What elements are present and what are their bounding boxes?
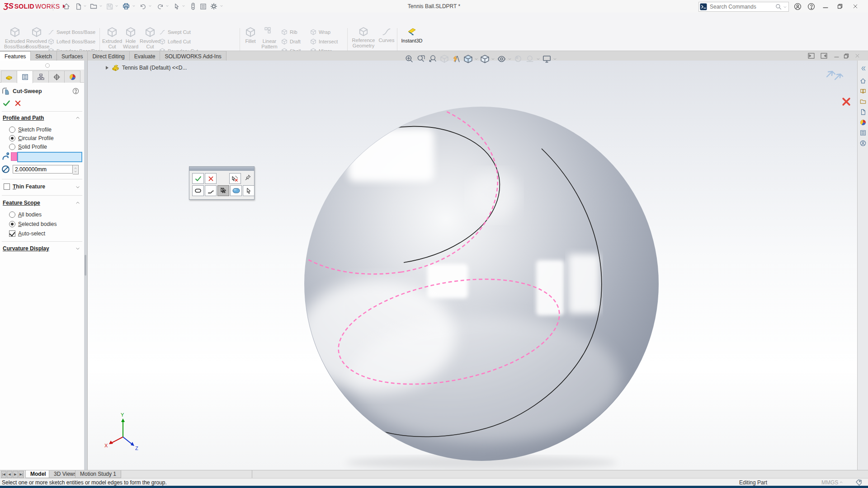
tab-property-manager[interactable] bbox=[17, 70, 33, 83]
feature-tree-flyout[interactable]: Tennis Ball (Default) <<D... bbox=[105, 64, 187, 71]
tab-model[interactable]: Model bbox=[25, 470, 51, 478]
previous-view-icon[interactable] bbox=[427, 53, 438, 64]
save-icon[interactable] bbox=[104, 1, 114, 11]
hide-show-dropdown-icon[interactable] bbox=[508, 53, 512, 64]
new-document-dropdown-icon[interactable] bbox=[83, 4, 87, 9]
annotation-views-icon[interactable] bbox=[451, 53, 462, 64]
confirmation-corner-icon[interactable] bbox=[824, 68, 844, 85]
ribbon-linear-pattern[interactable]: Linear Pattern bbox=[259, 27, 279, 49]
tab-dimxpert-manager[interactable] bbox=[48, 70, 65, 83]
ribbon-fillet[interactable]: Fillet bbox=[242, 27, 259, 44]
ribbon-intersect[interactable]: Intersect bbox=[310, 37, 338, 46]
search-dropdown-icon[interactable] bbox=[783, 5, 787, 9]
resources-home-icon[interactable] bbox=[859, 77, 867, 85]
previous-tab-button[interactable]: ◀ bbox=[7, 471, 12, 478]
ribbon-draft[interactable]: Draft bbox=[281, 37, 301, 46]
print-icon[interactable] bbox=[121, 1, 131, 11]
ribbon-lofted-cut[interactable]: Lofted Cut bbox=[159, 37, 191, 46]
tab-feature-manager[interactable] bbox=[1, 70, 17, 83]
ribbon-swept-cut[interactable]: Swept Cut bbox=[159, 28, 191, 37]
edit-appearance-icon[interactable] bbox=[513, 53, 524, 64]
help-icon[interactable] bbox=[805, 2, 817, 11]
ribbon-rib[interactable]: Rib bbox=[281, 28, 297, 37]
view-settings-dropdown-icon[interactable] bbox=[553, 53, 557, 64]
ribbon-revolved-cut[interactable]: Revolved Cut bbox=[139, 27, 161, 49]
zoom-to-fit-icon[interactable] bbox=[404, 53, 415, 64]
first-tab-button[interactable]: |◀ bbox=[1, 471, 6, 478]
spinner-down-icon[interactable] bbox=[74, 170, 77, 173]
view-orientation-icon[interactable] bbox=[462, 53, 473, 64]
tab-evaluate[interactable]: Evaluate bbox=[130, 51, 160, 61]
appearances-icon[interactable] bbox=[859, 118, 867, 127]
context-toolbar-drag-handle[interactable] bbox=[189, 167, 254, 171]
expand-chevron-icon[interactable] bbox=[75, 246, 80, 251]
ribbon-extruded-boss-base[interactable]: Extruded Boss/Base bbox=[4, 27, 26, 49]
tab-motion-study-1[interactable]: Motion Study 1 bbox=[75, 470, 121, 478]
panel-grip[interactable] bbox=[45, 63, 50, 68]
profile-and-path-header[interactable]: Profile and Path bbox=[3, 115, 44, 121]
clear-selections-button[interactable] bbox=[229, 173, 241, 184]
view-palette-icon[interactable] bbox=[859, 108, 867, 116]
save-dropdown-icon[interactable] bbox=[115, 4, 118, 9]
tab-features[interactable]: Features bbox=[0, 51, 31, 61]
close-button[interactable] bbox=[849, 2, 862, 11]
ribbon-hole-wizard[interactable]: Hole Wizard bbox=[121, 27, 140, 49]
display-style-icon[interactable] bbox=[479, 53, 490, 64]
graphics-viewport[interactable]: Y X Z Tennis Ball (Default) <<D... bbox=[87, 61, 857, 470]
ribbon-curves[interactable]: Curves bbox=[378, 27, 395, 43]
spinner-up-icon[interactable] bbox=[74, 167, 77, 170]
cancel-button[interactable] bbox=[205, 173, 217, 184]
last-tab-button[interactable]: ▶| bbox=[19, 471, 24, 478]
ribbon-wrap[interactable]: Wrap bbox=[310, 28, 330, 37]
open-loop-button[interactable] bbox=[205, 185, 217, 196]
auto-select-checkbox[interactable]: Auto-select bbox=[9, 230, 45, 237]
diameter-input[interactable] bbox=[13, 165, 73, 174]
doc-close-button[interactable] bbox=[853, 52, 862, 60]
ribbon-lofted-boss-base[interactable]: Lofted Boss/Base bbox=[48, 37, 95, 46]
view-settings-icon[interactable] bbox=[541, 53, 552, 64]
rebuild-icon[interactable] bbox=[188, 1, 198, 11]
select-icon[interactable] bbox=[172, 1, 182, 11]
file-explorer-icon[interactable] bbox=[859, 98, 867, 106]
display-style-dropdown-icon[interactable] bbox=[491, 53, 495, 64]
hide-show-items-icon[interactable] bbox=[496, 53, 507, 64]
multi-select-button[interactable] bbox=[217, 185, 229, 196]
curvature-display-header[interactable]: Curvature Display bbox=[3, 245, 49, 252]
thin-feature-toggle[interactable]: Thin Feature bbox=[4, 183, 45, 190]
diameter-spinner[interactable] bbox=[73, 165, 79, 174]
select-dropdown-icon[interactable] bbox=[182, 4, 185, 9]
minimize-button[interactable] bbox=[819, 2, 832, 11]
panel-ok-button[interactable] bbox=[3, 99, 10, 107]
pin-icon[interactable] bbox=[242, 172, 253, 182]
tab-display-manager[interactable] bbox=[64, 70, 80, 83]
ribbon-extruded-cut[interactable]: Extruded Cut bbox=[101, 27, 123, 49]
region-button[interactable] bbox=[230, 185, 242, 196]
search-magnifier-icon[interactable] bbox=[775, 4, 782, 10]
radio-selected-bodies[interactable]: Selected bodies bbox=[9, 221, 57, 227]
apply-scene-icon[interactable] bbox=[524, 53, 535, 64]
tab-surfaces[interactable]: Surfaces bbox=[57, 51, 88, 61]
panel-splitter[interactable] bbox=[84, 61, 88, 470]
collapse-chevron-icon[interactable] bbox=[75, 115, 80, 121]
tab-solidworks-add-ins[interactable]: SOLIDWORKS Add-Ins bbox=[160, 51, 226, 61]
task-pane-collapse-icon[interactable] bbox=[859, 64, 867, 72]
tab-configuration-manager[interactable] bbox=[33, 70, 49, 83]
redo-icon[interactable] bbox=[155, 1, 165, 11]
account-icon[interactable] bbox=[791, 2, 804, 11]
section-view-icon[interactable] bbox=[439, 53, 450, 64]
home-icon[interactable] bbox=[61, 1, 71, 11]
units-dropdown-icon[interactable] bbox=[839, 480, 843, 484]
splitter-handle[interactable] bbox=[85, 255, 86, 276]
restore-button[interactable] bbox=[834, 2, 846, 11]
forum-icon[interactable] bbox=[859, 139, 867, 147]
apply-scene-dropdown-icon[interactable] bbox=[536, 53, 540, 64]
pane-right-icon[interactable] bbox=[819, 52, 828, 60]
ribbon-instant3d[interactable]: Instant3D bbox=[400, 27, 424, 43]
confirmation-cancel-icon[interactable] bbox=[841, 97, 851, 107]
file-properties-icon[interactable] bbox=[198, 1, 208, 11]
status-units[interactable]: MMGS bbox=[821, 479, 838, 486]
radio-all-bodies[interactable]: All bodies bbox=[9, 211, 42, 218]
ribbon-revolved-boss-base[interactable]: Revolved Boss/Base bbox=[26, 27, 47, 49]
search-commands-box[interactable] bbox=[698, 2, 789, 12]
radio-circular-profile[interactable]: Circular Profile bbox=[9, 135, 54, 141]
